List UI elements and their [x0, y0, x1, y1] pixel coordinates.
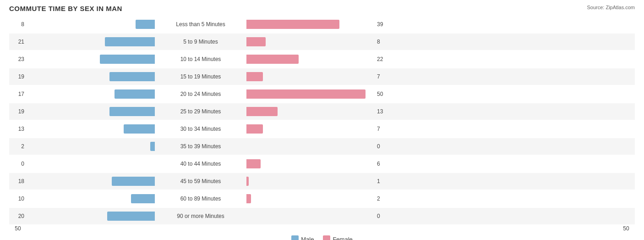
chart-title: COMMUTE TIME BY SEX IN MAN: [9, 5, 635, 12]
bar-section: 19 15 to 19 Minutes 7: [9, 68, 635, 85]
bar-section: 19 25 to 29 Minutes 13: [9, 103, 635, 120]
male-bar-container: [27, 20, 155, 29]
female-bar-container: [246, 89, 375, 99]
male-bar-container: [27, 159, 155, 168]
female-value: 8: [375, 39, 395, 45]
male-value: 23: [9, 56, 27, 62]
male-bar: [112, 177, 155, 186]
female-value: 1: [375, 178, 395, 184]
chart-row: 2 35 to 39 Minutes 0: [9, 138, 635, 155]
female-bar-container: [246, 72, 375, 81]
chart-row: 21 5 to 9 Minutes 8: [9, 33, 635, 50]
source-label: Source: ZipAtlas.com: [587, 5, 635, 10]
chart-row: 18 45 to 59 Minutes 1: [9, 173, 635, 190]
row-label: Less than 5 Minutes: [155, 21, 246, 28]
female-value: 39: [375, 21, 395, 28]
female-bar: [246, 194, 251, 203]
male-value: 13: [9, 126, 27, 132]
female-bar-container: [246, 37, 375, 46]
legend: Male Female: [9, 235, 635, 240]
male-value: 17: [9, 91, 27, 97]
chart-row: 17 20 to 24 Minutes 50: [9, 86, 635, 102]
bar-section: 2 35 to 39 Minutes 0: [9, 138, 635, 155]
female-value: 0: [375, 143, 395, 150]
female-value: 6: [375, 161, 395, 167]
male-bar-container: [27, 177, 155, 186]
male-value: 18: [9, 178, 27, 184]
female-bar-container: [246, 194, 375, 203]
bar-section: 18 45 to 59 Minutes 1: [9, 173, 635, 190]
male-bar: [109, 107, 155, 116]
bar-section: 17 20 to 24 Minutes 50: [9, 86, 635, 102]
bar-section: 20 90 or more Minutes 0: [9, 208, 635, 224]
row-label: 60 to 89 Minutes: [155, 195, 246, 202]
axis-left: 50: [9, 225, 27, 232]
female-bar: [246, 72, 263, 81]
male-bar: [109, 72, 155, 81]
female-bar: [246, 89, 366, 99]
bar-section: 0 40 to 44 Minutes 6: [9, 156, 635, 172]
female-bar: [246, 55, 299, 64]
male-bar: [150, 142, 155, 151]
male-bar: [105, 37, 155, 46]
female-bar: [246, 107, 278, 116]
male-value: 19: [9, 108, 27, 115]
row-label: 40 to 44 Minutes: [155, 161, 246, 167]
chart-row: 19 25 to 29 Minutes 13: [9, 103, 635, 120]
row-label: 20 to 24 Minutes: [155, 91, 246, 97]
male-bar-container: [27, 72, 155, 81]
female-bar-container: [246, 124, 375, 134]
male-value: 20: [9, 213, 27, 219]
female-bar: [246, 177, 249, 186]
male-bar: [136, 20, 155, 29]
chart-container: COMMUTE TIME BY SEX IN MAN Source: ZipAt…: [0, 0, 644, 240]
male-bar: [124, 124, 155, 134]
female-bar-container: [246, 142, 375, 151]
male-bar-container: [27, 142, 155, 151]
male-bar-container: [27, 89, 155, 99]
female-legend-box: [323, 235, 330, 240]
female-value: 7: [375, 73, 395, 80]
male-bar: [107, 212, 155, 221]
male-value: 2: [9, 143, 27, 150]
male-bar: [100, 55, 155, 64]
female-value: 22: [375, 56, 395, 62]
female-value: 50: [375, 91, 395, 97]
legend-female: Female: [323, 235, 352, 240]
female-bar: [246, 159, 261, 168]
chart-row: 20 90 or more Minutes 0: [9, 208, 635, 224]
female-bar: [246, 124, 263, 134]
legend-male: Male: [291, 235, 314, 240]
row-label: 90 or more Minutes: [155, 213, 246, 219]
axis-labels: 50 50: [9, 225, 635, 232]
female-bar-container: [246, 20, 375, 29]
chart-area: 8 Less than 5 Minutes 39 21 5 to 9 Minut…: [9, 16, 635, 224]
male-value: 8: [9, 21, 27, 28]
row-label: 45 to 59 Minutes: [155, 178, 246, 184]
male-bar-container: [27, 194, 155, 203]
row-label: 10 to 14 Minutes: [155, 56, 246, 62]
male-value: 19: [9, 73, 27, 80]
male-bar: [115, 89, 155, 99]
chart-row: 0 40 to 44 Minutes 6: [9, 156, 635, 172]
male-bar-container: [27, 55, 155, 64]
female-value: 7: [375, 126, 395, 132]
chart-row: 19 15 to 19 Minutes 7: [9, 68, 635, 85]
male-legend-label: Male: [301, 236, 314, 240]
bar-section: 10 60 to 89 Minutes 2: [9, 190, 635, 207]
male-value: 0: [9, 161, 27, 167]
male-value: 21: [9, 39, 27, 45]
row-label: 15 to 19 Minutes: [155, 73, 246, 80]
female-bar-container: [246, 55, 375, 64]
male-bar-container: [27, 124, 155, 134]
male-bar-container: [27, 212, 155, 221]
bar-section: 23 10 to 14 Minutes 22: [9, 51, 635, 67]
row-label: 5 to 9 Minutes: [155, 39, 246, 45]
male-bar-container: [27, 107, 155, 116]
axis-right: 50: [617, 225, 635, 232]
female-value: 0: [375, 213, 395, 219]
male-value: 10: [9, 195, 27, 202]
female-bar: [246, 20, 339, 29]
chart-row: 13 30 to 34 Minutes 7: [9, 121, 635, 137]
female-bar: [246, 37, 266, 46]
